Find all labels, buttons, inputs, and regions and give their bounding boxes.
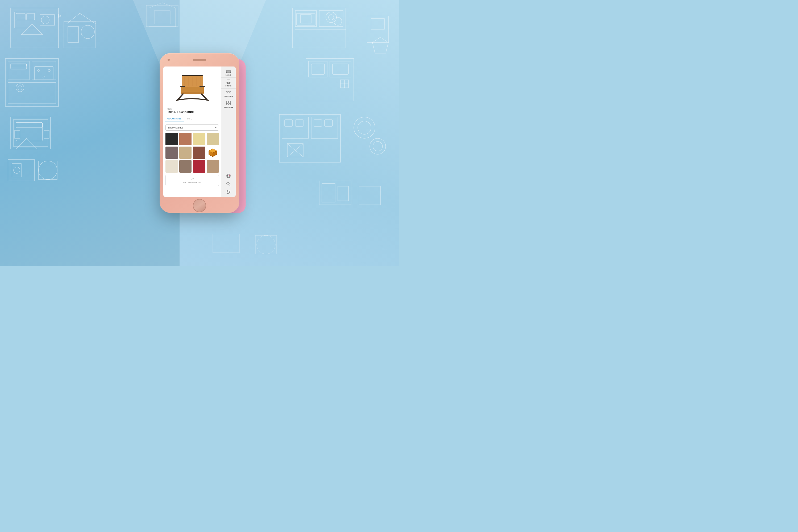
svg-rect-116 — [226, 101, 228, 103]
svg-rect-25 — [16, 122, 42, 128]
add-to-wishlist-button[interactable]: ♡ ADD TO WISHLIST — [166, 175, 219, 186]
swatch-cream[interactable] — [207, 133, 219, 145]
chair-image — [175, 72, 210, 104]
svg-rect-27 — [44, 130, 49, 138]
sidebar-bottom-actions — [221, 173, 236, 197]
svg-point-128 — [227, 190, 228, 191]
svg-point-120 — [227, 174, 230, 178]
dining-icon — [226, 79, 231, 84]
svg-rect-75 — [338, 186, 348, 201]
sidebar-item-dining[interactable]: DINING — [221, 78, 236, 89]
bed-icon — [226, 90, 231, 95]
svg-point-130 — [227, 193, 228, 194]
swatch-brown[interactable] — [179, 133, 192, 145]
swatch-tan[interactable] — [179, 147, 192, 159]
svg-rect-4 — [16, 13, 25, 20]
swatch-light-yellow[interactable] — [193, 133, 205, 145]
svg-rect-79 — [213, 234, 240, 253]
svg-marker-28 — [16, 138, 37, 149]
material-dropdown[interactable]: Ebony Stained ▾ — [166, 125, 219, 131]
svg-rect-40 — [319, 11, 343, 26]
sidebar-item-sleeping[interactable]: SLEEPING — [221, 89, 236, 99]
sidebar-nav: LIVING DINING — [221, 66, 236, 173]
swatch-3d-selected[interactable] — [207, 147, 219, 159]
swatch-black[interactable] — [166, 133, 178, 145]
svg-marker-71 — [373, 37, 388, 53]
phone-speaker — [193, 59, 206, 61]
svg-point-6 — [41, 16, 49, 24]
svg-point-65 — [354, 117, 375, 138]
sidebar-item-decorate[interactable]: DECORATE — [221, 99, 236, 110]
swatch-red[interactable] — [193, 160, 205, 173]
tab-info[interactable]: INFO — [184, 116, 195, 122]
phone-frame: Color Trend, T410 Nature COLOR/SIZE INFO… — [159, 53, 240, 213]
svg-point-122 — [229, 174, 230, 175]
svg-line-124 — [229, 185, 230, 186]
app-content: Color Trend, T410 Nature COLOR/SIZE INFO… — [163, 66, 221, 197]
svg-marker-9 — [58, 15, 61, 17]
product-header: Color Trend, T410 Nature — [163, 66, 221, 116]
svg-rect-26 — [15, 130, 20, 138]
svg-rect-49 — [330, 61, 351, 77]
svg-rect-73 — [359, 186, 380, 205]
svg-rect-118 — [226, 103, 228, 105]
svg-point-45 — [328, 15, 334, 20]
svg-point-68 — [373, 141, 382, 151]
filter-icon-btn[interactable] — [226, 190, 231, 195]
svg-rect-58 — [285, 120, 292, 126]
swatch-off-white[interactable] — [166, 160, 178, 173]
svg-point-44 — [326, 12, 337, 23]
decorate-icon — [226, 100, 231, 106]
svg-point-34 — [39, 161, 57, 179]
svg-rect-60 — [314, 120, 322, 126]
swatch-dark-brown[interactable] — [193, 147, 205, 159]
heart-icon: ♡ — [191, 177, 194, 181]
svg-point-21 — [18, 86, 22, 90]
svg-point-129 — [229, 191, 230, 193]
svg-rect-3 — [40, 15, 55, 25]
svg-rect-5 — [26, 13, 35, 20]
color-section: Ebony Stained ▾ — [163, 122, 221, 197]
product-image-area — [171, 69, 214, 107]
dropdown-arrow-icon: ▾ — [215, 126, 216, 129]
svg-rect-39 — [295, 11, 317, 26]
svg-rect-16 — [35, 66, 53, 80]
phone-notch — [159, 53, 240, 66]
svg-point-19 — [43, 76, 45, 78]
swatch-medium-taupe[interactable] — [179, 160, 192, 173]
svg-point-46 — [334, 17, 342, 25]
phone-home-button[interactable] — [193, 199, 206, 212]
tabs-bar: COLOR/SIZE INFO — [163, 116, 221, 122]
sidebar-item-living[interactable]: LIVING — [221, 68, 236, 78]
svg-rect-12 — [32, 61, 56, 80]
svg-rect-59 — [295, 120, 303, 126]
svg-rect-42 — [297, 13, 315, 25]
svg-rect-14 — [11, 64, 26, 69]
svg-rect-91 — [181, 92, 204, 94]
svg-rect-15 — [11, 64, 26, 66]
svg-rect-29 — [64, 21, 96, 48]
svg-point-66 — [358, 121, 371, 134]
svg-marker-7 — [21, 24, 42, 35]
svg-rect-81 — [255, 235, 277, 254]
swatch-light-brown[interactable] — [207, 160, 219, 173]
svg-point-32 — [81, 25, 94, 39]
svg-rect-119 — [229, 103, 231, 105]
favorites-icon-btn[interactable] — [226, 173, 231, 179]
svg-point-20 — [16, 84, 24, 92]
sofa-icon — [226, 70, 231, 74]
swatch-dark-taupe[interactable] — [166, 147, 178, 159]
tab-color-size[interactable]: COLOR/SIZE — [165, 116, 184, 122]
svg-rect-22 — [11, 117, 51, 149]
svg-rect-117 — [229, 101, 231, 103]
svg-rect-13 — [8, 82, 56, 104]
color-name: Trend, T410 Nature — [166, 110, 194, 113]
svg-rect-107 — [227, 80, 230, 82]
svg-point-121 — [227, 175, 230, 177]
svg-point-18 — [48, 70, 50, 72]
svg-rect-51 — [332, 64, 348, 75]
phone-camera — [168, 59, 170, 61]
svg-rect-31 — [68, 26, 78, 42]
svg-rect-70 — [371, 19, 384, 29]
search-icon-btn[interactable] — [226, 182, 231, 188]
